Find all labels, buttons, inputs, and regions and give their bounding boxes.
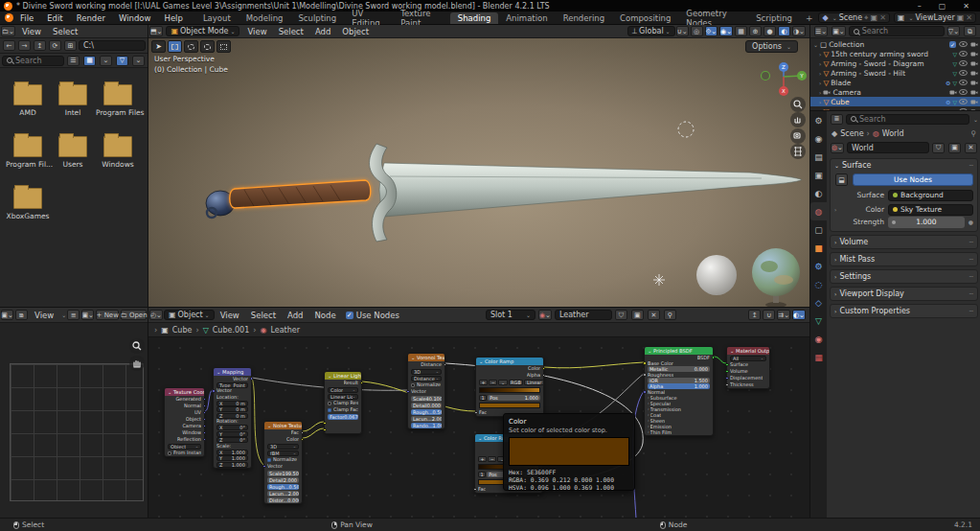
display-thumbnail-icon[interactable]: ▦ xyxy=(83,56,96,66)
blender-menu-icon[interactable] xyxy=(5,13,13,22)
input-vector[interactable]: Vector xyxy=(408,388,444,395)
parent-up-icon[interactable]: ↥ xyxy=(748,310,761,320)
node-color-ramp-1[interactable]: ⌄ Color RampColorAlpha+−⌄RGBLinear1Pos1.… xyxy=(475,357,544,417)
minimize-button[interactable]: – xyxy=(911,2,928,11)
material-browse-icon[interactable]: ◉⌄ xyxy=(538,310,552,320)
panel-custom-properties[interactable]: ›Custom Properties┄ xyxy=(830,304,978,318)
hide-eye-icon[interactable] xyxy=(959,50,968,58)
shader-menu-add[interactable]: Add xyxy=(282,311,308,320)
pin-icon[interactable]: ⚲ xyxy=(664,310,676,320)
workspace-tab-modeling[interactable]: Modeling xyxy=(239,12,291,24)
world-browse-icon[interactable]: ◍⌄ xyxy=(831,143,844,153)
panel-viewport-display[interactable]: ›Viewport Display┄ xyxy=(830,287,978,301)
output-distance[interactable]: Distance xyxy=(408,361,444,368)
hide-eye-icon[interactable] xyxy=(959,79,968,87)
node-material-output[interactable]: ⌄ Material OutputAll⌄SurfaceVolumeDispla… xyxy=(726,346,770,389)
node-title[interactable]: ⌄ Mapping xyxy=(214,368,251,376)
scene-selector[interactable]: ◆⌄ Scene⌖▣✕ xyxy=(818,12,889,23)
outliner-collection-row[interactable]: ⌄▢Collection✓ xyxy=(810,39,980,49)
proportional-edit-icon[interactable]: ◎ xyxy=(691,26,703,36)
shader-menu-select[interactable]: Select xyxy=(245,311,282,320)
folder-intel[interactable]: Intel xyxy=(51,84,95,117)
disable-render-icon[interactable] xyxy=(970,69,978,78)
workspace-tab-sculpting[interactable]: Sculpting xyxy=(290,12,344,24)
dropdown-3d[interactable]: 3D⌄ xyxy=(408,368,444,375)
pan-hand-gizmo-icon[interactable] xyxy=(129,356,145,371)
slider-scale[interactable]: Scale40.100 xyxy=(408,395,444,402)
output-object[interactable]: Object xyxy=(165,416,204,423)
panel-volume[interactable]: ›Volume┄ xyxy=(830,235,978,249)
select-lasso-tool[interactable] xyxy=(200,40,215,53)
zoom-gizmo-icon[interactable] xyxy=(129,338,145,354)
folder-xboxgames[interactable]: XboxGames xyxy=(6,188,50,220)
hide-eye-icon[interactable] xyxy=(959,59,968,68)
viewport-menu-view[interactable]: View xyxy=(241,27,272,36)
color-swatch[interactable] xyxy=(476,402,543,409)
breadcrumb-object[interactable]: Cube xyxy=(172,326,193,335)
panel-settings[interactable]: ›Settings┄ xyxy=(830,269,978,284)
active-tool-button[interactable]: ➤ xyxy=(151,40,166,53)
dropdown-distance-to-edge[interactable]: Distance to Edge⌄ xyxy=(408,375,444,381)
workspace-tab-rendering[interactable]: Rendering xyxy=(556,12,612,24)
options-button[interactable]: Options⌄ xyxy=(745,40,798,53)
output-fac[interactable]: Fac xyxy=(264,429,302,436)
breadcrumb-world[interactable]: World xyxy=(882,129,904,138)
slider-detail[interactable]: Detail0.000 xyxy=(408,402,444,408)
dropdown-color[interactable]: Color⌄ xyxy=(325,386,361,393)
slider-rando[interactable]: Rando...1.000 xyxy=(408,422,444,428)
section-thin-film[interactable]: ›Thin Film xyxy=(645,429,713,435)
ramp-controls[interactable]: +−⌄RGBLinear xyxy=(476,379,543,386)
slot-dropdown[interactable]: Slot 1⌄ xyxy=(486,310,536,320)
node-title[interactable]: ⌄ Linear Light xyxy=(325,372,361,380)
viewport-menu-select[interactable]: Select xyxy=(273,27,309,36)
node-mapping[interactable]: ⌄ MappingVectorTypePointVectorLocation:X… xyxy=(213,367,252,469)
select-circle-tool[interactable] xyxy=(184,40,198,53)
duplicate-material-icon[interactable]: ▣ xyxy=(631,310,644,320)
shading-wireframe-icon[interactable]: ⊕ xyxy=(749,26,762,36)
back-button[interactable]: ← xyxy=(3,40,15,51)
node-title[interactable]: ⌄ Noise Texture xyxy=(264,422,302,429)
snap-magnet-icon[interactable]: ∪ xyxy=(763,310,775,320)
checkbox-from-instancer[interactable]: From Instancer xyxy=(165,450,204,456)
input-socket[interactable] xyxy=(325,427,361,433)
dropdown-3d[interactable]: 3D⌄ xyxy=(264,443,302,450)
properties-tab-render[interactable]: ◉ xyxy=(810,129,827,148)
ramp-gradient[interactable] xyxy=(476,386,543,394)
dropdown-fbm[interactable]: fBM⌄ xyxy=(264,450,302,456)
viewlayer-selector[interactable]: ▣⌄ ViewLayer▣✕ xyxy=(894,12,976,23)
strength-slider[interactable]: 1.000 xyxy=(888,217,965,228)
outliner-item-camera[interactable]: ›Camera xyxy=(810,87,980,97)
editor-type-icon[interactable]: 🗀⌄ xyxy=(1,26,15,36)
properties-tab-material[interactable]: ◉ xyxy=(810,330,827,348)
select-more-tool[interactable] xyxy=(217,40,231,53)
overlay-dropdown-icon[interactable]: ◐⌄ xyxy=(792,310,806,320)
maximize-button[interactable]: ▢ xyxy=(932,2,953,11)
output-generated[interactable]: Generated xyxy=(165,396,204,403)
path-field[interactable]: C:\ xyxy=(79,40,146,51)
workspace-tab-layout[interactable]: Layout xyxy=(195,12,239,24)
input-surface[interactable]: Surface xyxy=(727,361,769,368)
slider-lacun[interactable]: Lacun...2.000 xyxy=(408,415,444,422)
new-collection-icon[interactable]: ⧉ xyxy=(964,26,976,36)
breadcrumb-material[interactable]: Leather xyxy=(270,326,300,335)
outliner-item-15th-century-arming-sword[interactable]: ›▽15th century arming sword▽ xyxy=(810,49,980,58)
workspace-tab-compositing[interactable]: Compositing xyxy=(612,12,678,24)
output-reflection[interactable]: Reflection xyxy=(165,436,204,443)
collection-checkbox[interactable]: ✓ xyxy=(949,41,956,48)
node-title[interactable]: ⌄ Principled BSDF xyxy=(645,347,713,355)
workspace-tab-animation[interactable]: Animation xyxy=(498,12,555,24)
outliner-filter-icon[interactable]: ▽⌄ xyxy=(947,26,960,36)
display-mode-icon[interactable]: ▣⌄ xyxy=(832,26,845,36)
folder-amd[interactable]: AMD xyxy=(6,84,50,117)
use-nodes-button[interactable]: Use Nodes xyxy=(853,173,973,186)
node-voronoi-texture[interactable]: ⌄ Voronoi TextureDistance3D⌄Distance to … xyxy=(407,353,445,429)
menu-window[interactable]: Window xyxy=(112,13,158,23)
hide-eye-icon[interactable] xyxy=(959,88,968,97)
xray-toggle-icon[interactable]: ▦ xyxy=(735,26,747,36)
menu-render[interactable]: Render xyxy=(70,13,112,23)
node-title[interactable]: ⌄ Voronoi Texture xyxy=(408,354,444,361)
world-name-field[interactable]: World xyxy=(847,142,929,153)
fake-user-shield-icon[interactable]: ⛉ xyxy=(932,143,945,153)
duplicate-icon[interactable]: ▣ xyxy=(948,143,961,153)
value-z[interactable]: Z1.000 xyxy=(214,461,251,467)
